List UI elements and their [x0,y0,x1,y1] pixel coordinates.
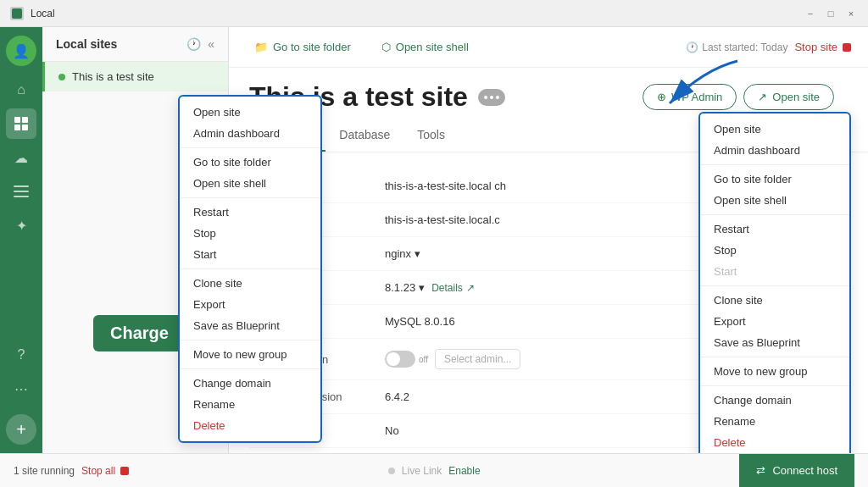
field-value-site-domain: this-is-a-test-site.local ch [385,180,506,192]
site-title-bar: This is a test site ⊕ WP Admin ↗ Open si… [229,68,868,113]
ctx-change-domain[interactable]: Change domain [180,373,320,394]
topbar-right: 🕐 Last started: Today Stop site [686,41,851,53]
sidebar-item-list[interactable] [6,176,36,207]
ctx-large-change-domain[interactable]: Change domain [700,390,849,411]
details-link[interactable]: Details [431,282,463,294]
connect-icon: ⇄ [756,464,765,477]
ctx-clone-site[interactable]: Clone site [180,273,320,294]
ctx-large-open-site-shell[interactable]: Open site shell [700,190,849,211]
dot-3 [496,96,499,99]
svg-rect-5 [14,185,29,187]
ctx-export[interactable]: Export [180,294,320,315]
chevron-down-icon-php: ▾ [419,281,425,294]
ctx-large-sep-2 [700,214,849,215]
titlebar: Local − □ × [0,0,868,27]
ctx-open-site[interactable]: Open site [180,102,320,123]
app-title: Local [31,8,804,19]
tab-tools[interactable]: Tools [403,119,459,152]
sidebar-item-cloud[interactable]: ☁ [6,142,36,173]
live-dot [388,468,395,474]
sidebar-item-home[interactable]: ⌂ [6,75,36,105]
go-to-site-folder-btn[interactable]: 📁 Go to site folder [246,36,359,58]
ctx-sep-2 [180,197,320,198]
ctx-rename[interactable]: Rename [180,394,320,415]
charge-badge: Charge [93,315,186,351]
ctx-delete[interactable]: Delete [180,415,320,436]
ctx-stop[interactable]: Stop [180,223,320,244]
ctx-large-move-group[interactable]: Move to new group [700,361,849,382]
live-link-section: Live Link Enable [388,465,481,477]
external-link-icon: ↗ [758,91,767,103]
web-server-select[interactable]: nginx ▾ [385,247,420,260]
action-buttons: ⊕ WP Admin ↗ Open site [643,84,848,110]
field-value-ssl: this-is-a-test-site.local.c [385,213,500,226]
open-site-btn[interactable]: ↗ Open site [743,84,834,110]
tab-database[interactable]: Database [326,119,403,152]
open-site-shell-btn[interactable]: ⬡ Open site shell [373,36,477,58]
add-site-button[interactable]: + [6,414,36,445]
window-controls: − □ × [804,7,858,20]
wp-admin-btn[interactable]: ⊕ WP Admin [643,84,737,110]
ctx-restart[interactable]: Restart [180,202,320,223]
ctx-sep-4 [180,340,320,340]
svg-rect-7 [14,196,29,197]
sidebar-item-sites[interactable] [6,108,36,139]
select-admin-input[interactable]: Select admin... [435,349,520,369]
svg-rect-6 [14,191,29,192]
dot-1 [484,96,487,99]
php-version-select[interactable]: 8.1.23 ▾ [385,281,425,294]
ctx-open-site-shell[interactable]: Open site shell [180,173,320,194]
wp-icon: ⊕ [657,91,666,103]
sidebar-item-grid[interactable]: ⋯ [6,374,36,404]
field-value-wp-version: 6.4.2 [385,390,409,403]
sites-header: Local sites 🕐 « [42,27,228,62]
ctx-save-blueprint[interactable]: Save as Blueprint [180,315,320,336]
sites-panel: Local sites 🕐 « This is a test site Open… [42,27,229,453]
history-icon[interactable]: 🕐 [186,37,201,51]
stop-site-btn[interactable]: Stop site [794,41,851,53]
maximize-btn[interactable]: □ [824,7,837,20]
ctx-sep-5 [180,368,320,369]
bottombar: 1 site running Stop all Live Link Enable… [0,453,868,487]
ctx-sep-1 [180,147,320,148]
ctx-large-restart[interactable]: Restart [700,219,849,240]
avatar[interactable]: 👤 [6,36,36,66]
svg-rect-0 [12,8,22,19]
ctx-move-group[interactable]: Move to new group [180,344,320,365]
connect-host-btn[interactable]: ⇄ Connect host [739,454,854,488]
svg-rect-2 [22,117,28,123]
external-icon: ↗ [466,282,475,294]
ctx-large-start[interactable]: Start [700,261,849,282]
ctx-large-export[interactable]: Export [700,311,849,332]
ctx-large-rename[interactable]: Rename [700,411,849,432]
ctx-large-go-to-site-folder[interactable]: Go to site folder [700,169,849,190]
ctx-large-stop[interactable]: Stop [700,240,849,261]
collapse-icon[interactable]: « [208,37,214,51]
ctx-large-sep-1 [700,164,849,165]
site-item-name: This is a test site [72,70,154,83]
ctx-large-admin-dashboard[interactable]: Admin dashboard [700,140,849,161]
ctx-large-clone-site[interactable]: Clone site [700,290,849,311]
site-list-item[interactable]: This is a test site [42,62,228,91]
ctx-go-to-site-folder[interactable]: Go to site folder [180,152,320,173]
clock-icon: 🕐 [686,42,698,53]
site-options-btn[interactable] [478,89,505,106]
sidebar-item-plugins[interactable]: ✦ [6,210,36,241]
terminal-icon: ⬡ [381,41,391,53]
sites-running-text: 1 site running [14,465,75,477]
dot-2 [490,96,493,99]
ctx-start[interactable]: Start [180,244,320,265]
main-content: 📁 Go to site folder ⬡ Open site shell 🕐 … [229,27,868,453]
enable-link[interactable]: Enable [448,465,480,477]
close-btn[interactable]: × [844,7,858,20]
ctx-large-delete[interactable]: Delete [700,432,849,453]
one-click-toggle[interactable] [385,351,415,368]
ctx-admin-dashboard[interactable]: Admin dashboard [180,123,320,144]
minimize-btn[interactable]: − [804,7,817,20]
last-started: 🕐 Last started: Today [686,42,787,53]
ctx-large-open-site[interactable]: Open site [700,119,849,140]
ctx-large-save-blueprint[interactable]: Save as Blueprint [700,332,849,353]
stop-all-btn[interactable]: Stop all [81,465,129,477]
stop-indicator [843,43,851,52]
sidebar-item-help[interactable]: ? [6,340,36,370]
